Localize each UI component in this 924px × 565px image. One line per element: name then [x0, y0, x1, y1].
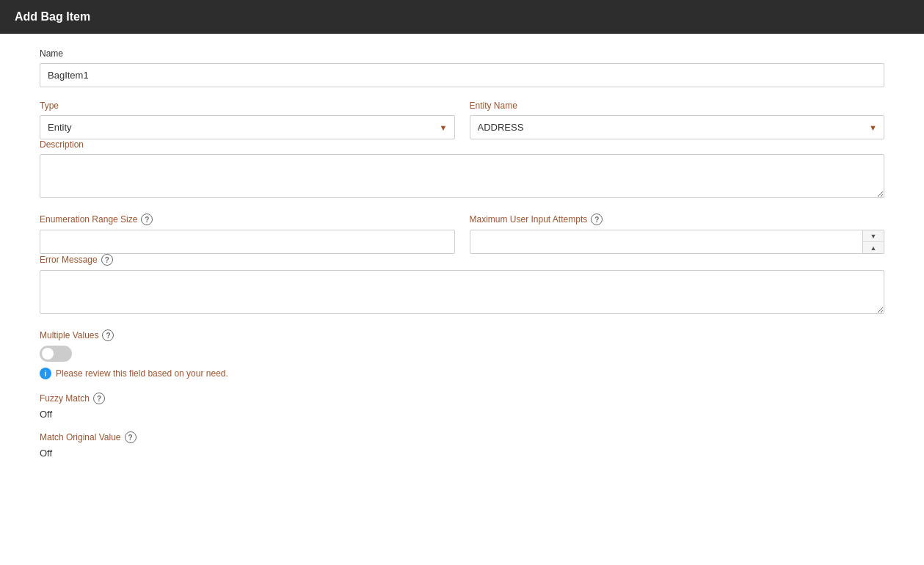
page-header: Add Bag Item: [0, 0, 924, 34]
multiple-values-help-icon[interactable]: ?: [102, 329, 114, 341]
match-original-value: Off: [40, 448, 884, 459]
error-message-input[interactable]: [40, 270, 884, 314]
entity-name-select-wrapper: ADDRESS PERSON ORGANIZATION LOCATION ▼: [470, 115, 885, 139]
form-body: Name Type Entity String Integer Boolean …: [0, 34, 924, 485]
enumeration-field-group: Enumeration Range Size ?: [40, 214, 455, 254]
fuzzy-match-label-row: Fuzzy Match ?: [40, 393, 884, 404]
type-field-group: Type Entity String Integer Boolean Date …: [40, 101, 455, 139]
multiple-values-label: Multiple Values: [40, 330, 98, 340]
enumeration-help-icon[interactable]: ?: [141, 214, 153, 225]
entity-name-label: Entity Name: [470, 101, 885, 111]
entity-name-select[interactable]: ADDRESS PERSON ORGANIZATION LOCATION: [470, 115, 885, 139]
match-original-label-row: Match Original Value ?: [40, 431, 884, 443]
fuzzy-match-label: Fuzzy Match: [40, 393, 90, 404]
match-original-field-group: Match Original Value ? Off: [40, 431, 884, 459]
enumeration-label-row: Enumeration Range Size ?: [40, 214, 455, 225]
match-original-label: Match Original Value: [40, 432, 121, 442]
name-input[interactable]: [40, 63, 884, 87]
page-title: Add Bag Item: [15, 10, 90, 23]
max-input-label: Maximum User Input Attempts: [470, 214, 588, 225]
description-input[interactable]: [40, 154, 884, 198]
fuzzy-match-help-icon[interactable]: ?: [93, 393, 105, 404]
multiple-values-toggle-wrapper: [40, 346, 884, 362]
entity-name-field-group: Entity Name ADDRESS PERSON ORGANIZATION …: [470, 101, 885, 139]
error-message-help-icon[interactable]: ?: [101, 254, 113, 266]
multiple-values-toggle[interactable]: [40, 346, 72, 362]
max-input-spinner-wrapper: ▼ ▲: [470, 230, 885, 254]
type-select-wrapper: Entity String Integer Boolean Date ▼: [40, 115, 455, 139]
fuzzy-match-field-group: Fuzzy Match ? Off: [40, 393, 884, 420]
description-label: Description: [40, 139, 884, 150]
max-input-field-group: Maximum User Input Attempts ? ▼ ▲: [470, 214, 885, 254]
info-message-row: i Please review this field based on your…: [40, 368, 884, 379]
spinner-down-button[interactable]: ▼: [863, 230, 884, 242]
error-message-field-group: Error Message ?: [40, 254, 884, 316]
error-message-label-row: Error Message ?: [40, 254, 884, 266]
name-label: Name: [40, 48, 884, 59]
max-input-label-row: Maximum User Input Attempts ?: [470, 214, 885, 225]
toggle-slider: [40, 346, 72, 362]
spinner-up-button[interactable]: ▲: [863, 242, 884, 253]
enumeration-input[interactable]: [40, 230, 455, 254]
enum-maxinput-row: Enumeration Range Size ? Maximum User In…: [40, 214, 884, 254]
type-entity-row: Type Entity String Integer Boolean Date …: [40, 101, 884, 139]
max-input-spinner-buttons: ▼ ▲: [863, 230, 884, 254]
max-input-help-icon[interactable]: ?: [591, 214, 603, 225]
match-original-help-icon[interactable]: ?: [125, 431, 137, 443]
multiple-values-field-group: Multiple Values ? i Please review this f…: [40, 329, 884, 379]
info-icon: i: [40, 368, 51, 379]
description-field-group: Description: [40, 139, 884, 200]
enumeration-label: Enumeration Range Size: [40, 214, 137, 225]
name-field-group: Name: [40, 48, 884, 87]
max-input-input[interactable]: [470, 230, 864, 254]
type-select[interactable]: Entity String Integer Boolean Date: [40, 115, 455, 139]
info-message-text: Please review this field based on your n…: [56, 368, 228, 379]
fuzzy-match-value: Off: [40, 409, 884, 420]
error-message-label: Error Message: [40, 255, 98, 265]
multiple-values-label-row: Multiple Values ?: [40, 329, 884, 341]
type-label: Type: [40, 101, 455, 111]
